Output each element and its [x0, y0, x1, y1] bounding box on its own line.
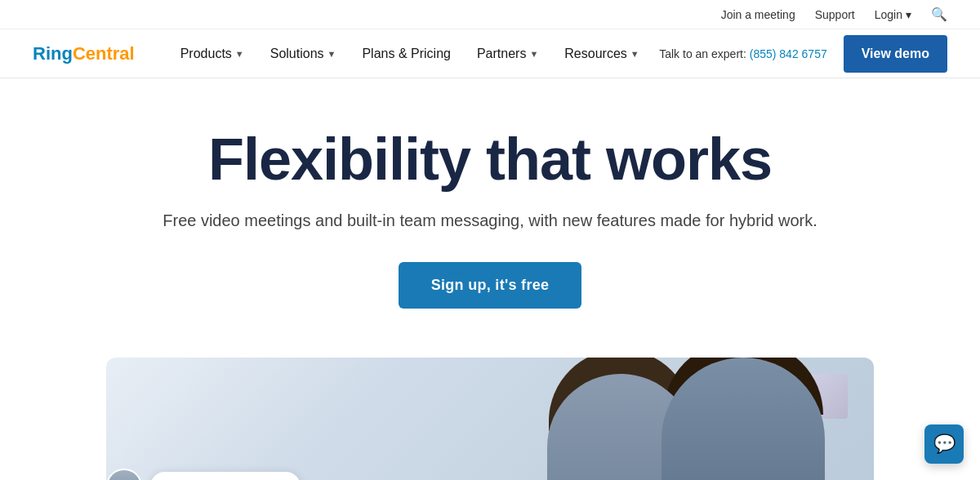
- chat-widget[interactable]: 💬: [924, 424, 964, 464]
- avatar: [106, 469, 142, 480]
- nav-solutions[interactable]: Solutions ▼: [257, 29, 350, 78]
- search-icon[interactable]: 🔍: [931, 7, 947, 22]
- nav-plans-pricing[interactable]: Plans & Pricing: [349, 29, 464, 78]
- hero-subtitle: Free video meetings and built-in team me…: [33, 208, 947, 233]
- chat-widget-icon: 💬: [933, 433, 956, 455]
- hero-background: Let's kick this project off Katherine Wu…: [106, 358, 874, 480]
- nav-items: Products ▼ Solutions ▼ Plans & Pricing P…: [167, 29, 660, 78]
- hero-title: Flexibility that works: [33, 127, 947, 192]
- expert-phone-link[interactable]: (855) 842 6757: [750, 47, 827, 60]
- chat-overlay: Let's kick this project off: [106, 469, 301, 480]
- nav-products[interactable]: Products ▼: [167, 29, 257, 78]
- logo[interactable]: RingCentral: [33, 43, 135, 64]
- top-bar: Join a meeting Support Login ▾ 🔍: [0, 0, 980, 29]
- join-meeting-link[interactable]: Join a meeting: [721, 8, 795, 21]
- hero-image-wrapper: Let's kick this project off Katherine Wu…: [0, 333, 980, 480]
- talk-expert: Talk to an expert: (855) 842 6757: [659, 47, 826, 60]
- hero-image-area: Let's kick this project off Katherine Wu…: [106, 358, 874, 480]
- avatar-image: [108, 470, 140, 480]
- signup-button[interactable]: Sign up, it's free: [399, 262, 582, 309]
- nav-resources[interactable]: Resources ▼: [551, 29, 652, 78]
- login-label: Login: [875, 8, 902, 21]
- chat-bubble: Let's kick this project off: [150, 472, 301, 480]
- login-chevron-icon: ▾: [906, 8, 911, 21]
- solutions-chevron-icon: ▼: [327, 49, 336, 59]
- products-chevron-icon: ▼: [235, 49, 244, 59]
- resources-chevron-icon: ▼: [630, 49, 639, 59]
- view-demo-button[interactable]: View demo: [844, 35, 947, 73]
- support-link[interactable]: Support: [815, 8, 855, 21]
- login-button[interactable]: Login ▾: [875, 8, 911, 21]
- logo-central: Central: [73, 43, 135, 64]
- partners-chevron-icon: ▼: [529, 49, 538, 59]
- hero-section: Flexibility that works Free video meetin…: [0, 78, 980, 333]
- nav-partners[interactable]: Partners ▼: [464, 29, 551, 78]
- main-nav: RingCentral Products ▼ Solutions ▼ Plans…: [0, 29, 980, 78]
- logo-ring: Ring: [33, 43, 73, 64]
- nav-right: Talk to an expert: (855) 842 6757 View d…: [659, 35, 947, 73]
